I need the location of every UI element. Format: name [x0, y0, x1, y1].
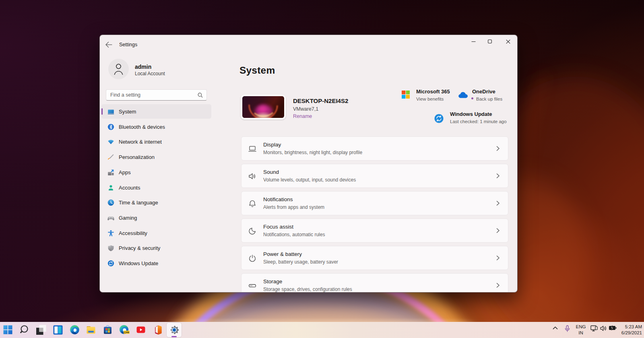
svg-text:CAN: CAN [124, 331, 129, 334]
